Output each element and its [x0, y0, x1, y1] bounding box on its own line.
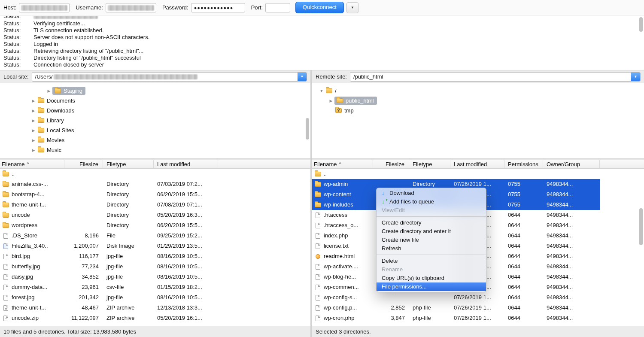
cell-type: ZIP archive: [103, 303, 154, 313]
table-row[interactable]: uncodeDirectory05/20/2019 16:3...: [0, 210, 218, 220]
table-row[interactable]: wordpressDirectory06/20/2019 15:5...: [0, 220, 218, 231]
menu-item-download[interactable]: ↓Download: [377, 189, 486, 197]
column-header-permissions[interactable]: Permissions: [504, 160, 543, 168]
column-header-last-modified[interactable]: Last modified: [450, 160, 504, 168]
cell-name: FileZilla_3.40..: [0, 241, 64, 251]
local-site-dropdown-button[interactable]: ▼: [298, 73, 307, 81]
cell-name: ..: [312, 169, 373, 179]
remote-list-scrollbar-thumb[interactable]: [639, 208, 643, 245]
column-header-last-modified[interactable]: Last modified: [154, 160, 218, 168]
tree-item-label: Documents: [47, 97, 75, 104]
cell-modified: 07/03/2019 07:2...: [154, 179, 218, 189]
tree-row[interactable]: ▶Music: [0, 145, 310, 155]
menu-item-refresh[interactable]: Refresh: [377, 244, 486, 253]
table-row[interactable]: theme-unit-t...48,467ZIP archive12/13/20…: [0, 303, 218, 313]
cell-owner: 9498344...: [543, 189, 600, 200]
disclosure-right-icon[interactable]: ▶: [30, 109, 37, 113]
log-line-text: Verifying certificate...: [33, 20, 85, 27]
log-scrollbar-thumb[interactable]: [639, 17, 643, 32]
tree-row[interactable]: ▶Staging: [0, 86, 310, 96]
quickconnect-dropdown-button[interactable]: ▼: [346, 2, 358, 13]
table-row[interactable]: ..: [312, 169, 600, 179]
table-row[interactable]: theme-unit-t...Directory07/08/2019 07:1.…: [0, 200, 218, 210]
table-row[interactable]: .DS_Store8,196File09/25/2019 15:2...: [0, 231, 218, 241]
tree-row[interactable]: tmp: [312, 106, 644, 115]
menu-item-create-directory[interactable]: Create directory: [377, 219, 486, 227]
table-row[interactable]: uncode.zip11,122,097ZIP archive05/20/201…: [0, 313, 218, 323]
tree-row[interactable]: ▶Movies: [0, 135, 310, 145]
column-header-filesize[interactable]: Filesize: [64, 160, 103, 168]
disclosure-down-icon[interactable]: ▼: [318, 89, 325, 93]
remote-site-dropdown-button[interactable]: ▼: [631, 73, 640, 81]
menu-item-copy-url-s-to-clipboard[interactable]: Copy URL(s) to clipboard: [377, 274, 486, 282]
host-input[interactable]: [19, 3, 70, 12]
table-row[interactable]: FileZilla_3.40..1,200,007Disk Image01/29…: [0, 241, 218, 251]
menu-item-label: Download: [389, 189, 414, 197]
tree-row[interactable]: ▶public_html: [312, 96, 644, 106]
menu-item-delete[interactable]: Delete: [377, 257, 486, 265]
menu-item-create-new-file[interactable]: Create new file: [377, 236, 486, 244]
disclosure-right-icon[interactable]: ▶: [30, 118, 37, 123]
column-header-filesize[interactable]: Filesize: [373, 160, 409, 168]
cell-size: 116,177: [64, 251, 103, 261]
filename-label: wp-admin: [324, 179, 348, 189]
disclosure-right-icon[interactable]: ▶: [30, 99, 37, 103]
local-site-combo[interactable]: /Users/ ▼: [32, 72, 307, 82]
html-file-icon: [316, 254, 320, 259]
table-row[interactable]: daisy.jpg34,852jpg-file08/16/2019 10:5..…: [0, 272, 218, 282]
tree-row[interactable]: ▶Library: [0, 115, 310, 125]
disclosure-right-icon[interactable]: ▶: [328, 99, 334, 103]
table-row[interactable]: dummy-data...23,961csv-file01/15/2019 18…: [0, 282, 218, 292]
filename-label: wp-config.p...: [324, 303, 357, 313]
menu-item-add-files-to-queue[interactable]: ↓Add files to queue: [377, 197, 486, 206]
disclosure-right-icon[interactable]: ▶: [46, 89, 52, 93]
menu-item-create-directory-and-enter-it[interactable]: Create directory and enter it: [377, 227, 486, 236]
disclosure-right-icon[interactable]: ▶: [30, 138, 37, 143]
column-header-filetype[interactable]: Filetype: [103, 160, 154, 168]
column-header-label: Last modified: [454, 161, 487, 167]
port-input[interactable]: [265, 3, 290, 12]
cell-modified: 07/26/2019 1...: [450, 303, 504, 313]
cell-modified: 07/26/2019 1...: [450, 313, 504, 323]
column-header-filetype[interactable]: Filetype: [409, 160, 450, 168]
cell-name: index.php: [312, 231, 373, 241]
cell-size: [64, 200, 103, 210]
cell-perms: 0644: [504, 251, 543, 261]
column-header-filename[interactable]: Filename^: [312, 160, 373, 168]
local-tree-scrollbar-thumb[interactable]: [306, 118, 309, 140]
column-header-filler: [600, 160, 644, 168]
column-header-filename[interactable]: Filename^: [0, 160, 64, 168]
cell-name: .htaccess_o...: [312, 220, 373, 231]
tree-row[interactable]: ▶Local Sites: [0, 125, 310, 135]
table-row[interactable]: wp-config.p...2,852php-file07/26/2019 1.…: [312, 303, 600, 313]
tree-row[interactable]: ▶Documents: [0, 96, 310, 106]
table-row[interactable]: wp-config-s...07/26/2019 1...06449498344…: [312, 292, 600, 303]
tree-item-label: /: [335, 88, 337, 94]
table-row[interactable]: butterfly.jpg77,234jpg-file08/16/2019 10…: [0, 261, 218, 272]
cell-size: 34,852: [64, 272, 103, 282]
table-row[interactable]: animate.css-...Directory07/03/2019 07:2.…: [0, 179, 218, 189]
table-row[interactable]: forest.jpg201,342jpg-file08/16/2019 10:5…: [0, 292, 218, 303]
quickconnect-button[interactable]: Quickconnect: [295, 2, 344, 13]
cell-type: Directory: [103, 179, 154, 189]
table-row[interactable]: bootstrap-4...Directory06/20/2019 15:5..…: [0, 189, 218, 200]
table-row[interactable]: wp-cron.php3,847php-file07/26/2019 1...0…: [312, 313, 600, 323]
menu-item-file-permissions[interactable]: File permissions...: [377, 282, 486, 291]
table-row[interactable]: bird.jpg116,177jpg-file08/16/2019 10:5..…: [0, 251, 218, 261]
disclosure-right-icon[interactable]: ▶: [30, 128, 37, 133]
menu-item-label: Rename: [382, 265, 403, 274]
column-header-owner-group[interactable]: Owner/Group: [543, 160, 600, 168]
table-row[interactable]: ..: [0, 169, 218, 179]
remote-site-combo[interactable]: /public_html ▼: [350, 72, 641, 82]
cell-perms: 0644: [504, 313, 543, 323]
log-line: Status:Connection closed by server: [0, 61, 644, 68]
password-input[interactable]: ●●●●●●●●●●●●: [191, 3, 245, 12]
tree-row[interactable]: ▶Downloads: [0, 106, 310, 115]
log-status-label: Status:: [0, 48, 33, 55]
tree-row[interactable]: ▼/: [312, 86, 644, 96]
folder-icon: [3, 172, 9, 176]
file-icon: [3, 254, 8, 259]
folder-question-icon: [335, 108, 342, 113]
username-input[interactable]: [106, 3, 156, 12]
disclosure-right-icon[interactable]: ▶: [30, 148, 37, 152]
